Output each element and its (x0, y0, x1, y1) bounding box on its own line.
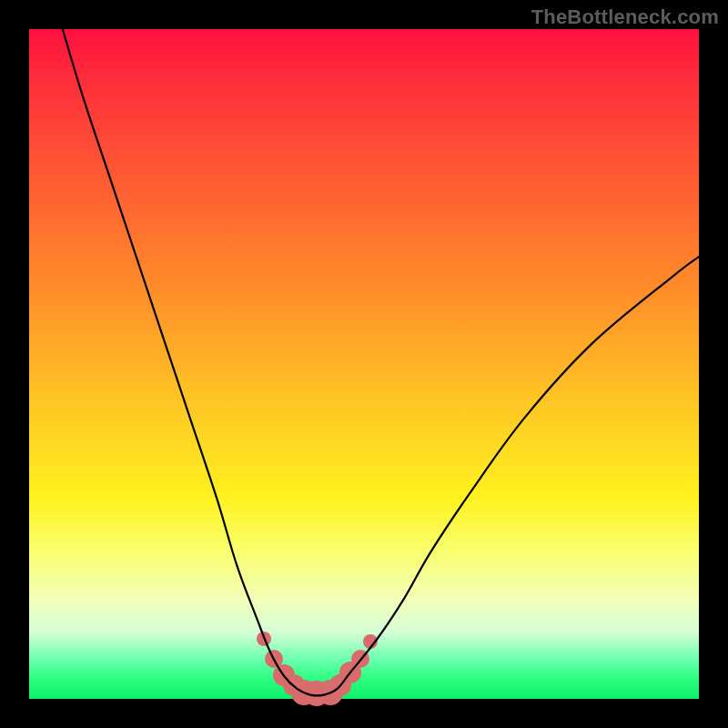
chart-frame: TheBottleneck.com (0, 0, 728, 728)
watermark-text: TheBottleneck.com (531, 5, 719, 29)
bottleneck-curve (29, 29, 699, 699)
plot-area (29, 29, 699, 699)
